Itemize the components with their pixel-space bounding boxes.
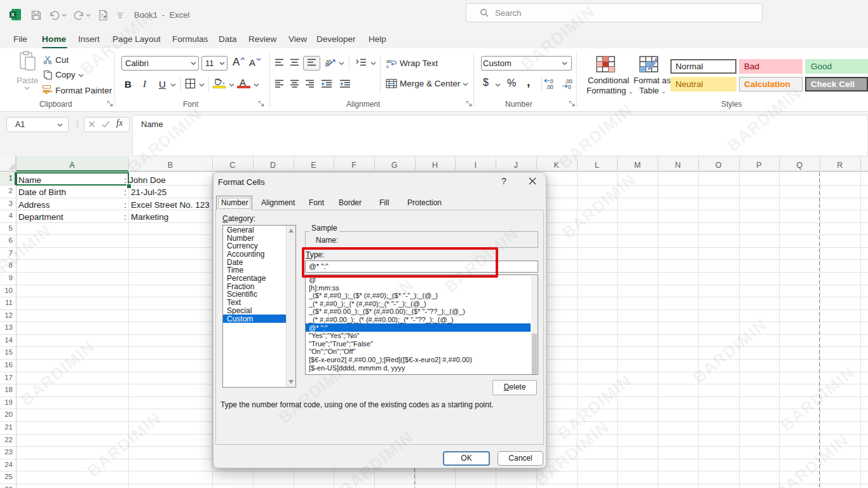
svg-text:0: 0 xyxy=(568,84,571,90)
svg-text:.00: .00 xyxy=(546,84,553,90)
svg-text:X: X xyxy=(11,11,15,18)
svg-text:c: c xyxy=(386,64,389,69)
